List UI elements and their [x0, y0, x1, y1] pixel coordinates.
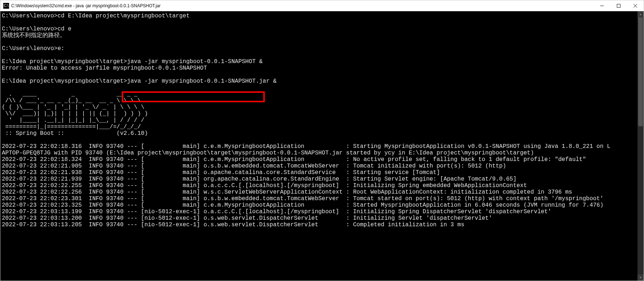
svg-rect-1 — [617, 4, 620, 7]
terminal-area: C:\Users\lenovo>cd E:\Idea project\myspr… — [0, 11, 644, 281]
window-title: C:\Windows\system32\cmd.exe - java -jar … — [11, 3, 594, 8]
close-button[interactable] — [627, 0, 644, 11]
scrollbar[interactable]: ▲ ▼ — [637, 11, 644, 281]
maximize-button[interactable] — [610, 0, 627, 11]
scroll-down-button[interactable]: ▼ — [637, 274, 644, 281]
cmd-window: C:\ C:\Windows\system32\cmd.exe - java -… — [0, 0, 644, 281]
titlebar[interactable]: C:\ C:\Windows\system32\cmd.exe - java -… — [0, 0, 644, 11]
terminal-output[interactable]: C:\Users\lenovo>cd E:\Idea project\myspr… — [0, 11, 637, 281]
scroll-up-button[interactable]: ▲ — [637, 11, 644, 17]
minimize-button[interactable] — [594, 0, 610, 11]
cmd-icon: C:\ — [3, 3, 9, 9]
scroll-thumb[interactable] — [638, 17, 643, 126]
scroll-track[interactable] — [637, 17, 644, 274]
